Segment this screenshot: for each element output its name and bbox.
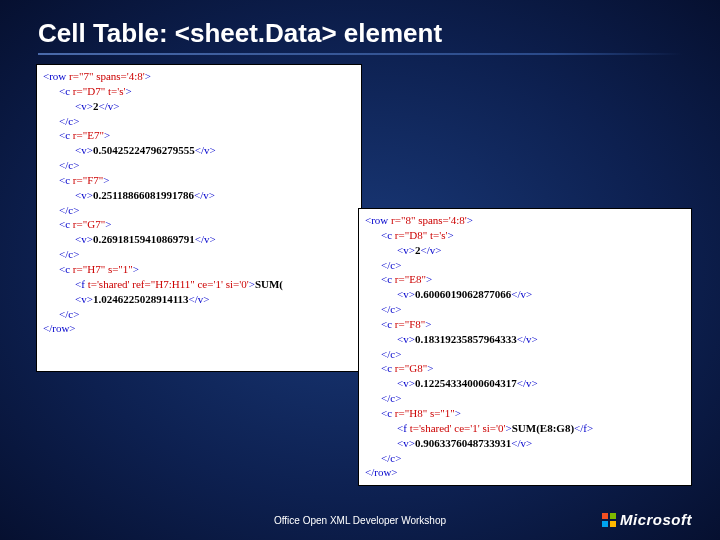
- xml-code-box-right: <row r="8" spans='4:8'><c r="D8" t='s'><…: [358, 208, 692, 486]
- title-underline: [38, 53, 682, 55]
- microsoft-flag-icon: [602, 513, 616, 527]
- microsoft-logo: Microsoft: [602, 511, 692, 528]
- xml-code-box-left: <row r="7" spans='4:8'><c r="D7" t='s'><…: [36, 64, 362, 372]
- microsoft-wordmark: Microsoft: [620, 511, 692, 528]
- slide-title: Cell Table: <sheet.Data> element: [0, 0, 720, 53]
